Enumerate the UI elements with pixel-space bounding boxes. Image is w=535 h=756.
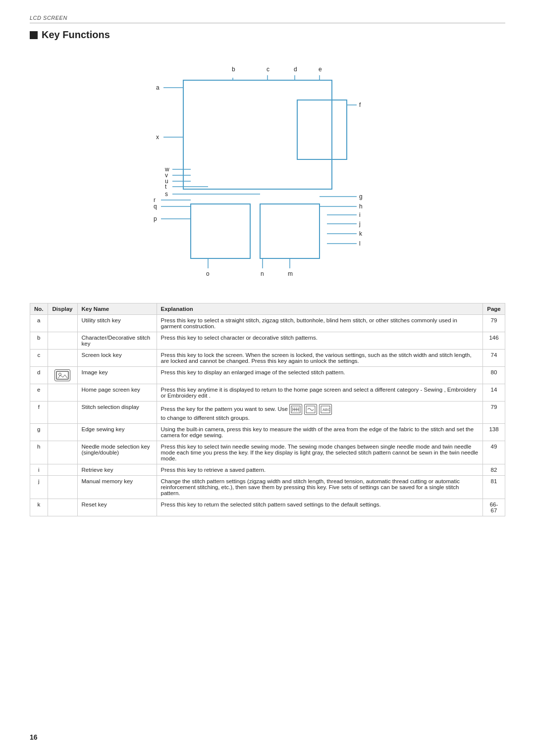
row-explanation-j: Change the stitch pattern settings (zigz… [157,476,482,499]
key-functions-table: No. Display Key Name Explanation Page a … [30,303,505,516]
svg-rect-1 [297,100,347,159]
svg-text:s: s [165,191,168,198]
svg-text:r: r [154,197,156,203]
row-explanation-b: Press this key to select character or de… [157,332,482,350]
table-row: k Reset key Press this key to return the… [30,499,505,516]
row-display-g [48,424,77,441]
row-key-name-g: Edge sewing key [77,424,157,441]
svg-text:c: c [267,66,269,73]
col-header-no: No. [30,303,48,315]
table-row: i Retrieve key Press this key to retriev… [30,464,505,476]
svg-point-53 [59,373,61,376]
row-id-c: c [30,350,48,367]
stitch-icon-1 [289,404,302,415]
row-id-j: j [30,476,48,499]
section-title: Key Functions [42,29,110,41]
row-key-name-k: Reset key [77,499,157,516]
row-id-h: h [30,441,48,464]
svg-rect-2 [191,204,250,258]
row-display-b [48,332,77,350]
table-row: e Home page screen key Press this key an… [30,384,505,402]
row-id-d: d [30,367,48,384]
row-id-b: b [30,332,48,350]
row-page-h: 49 [483,441,505,464]
row-id-a: a [30,315,48,332]
row-page-i: 82 [483,464,505,476]
image-key-icon [54,369,70,381]
row-page-e: 14 [483,384,505,402]
row-explanation-e: Press this key anytime it is displayed t… [157,384,482,402]
svg-text:g: g [359,193,363,200]
top-label: LCD SCREEN [30,15,505,23]
svg-rect-3 [260,204,320,258]
row-key-name-h: Needle mode selection key (single/double… [77,441,157,464]
row-explanation-c: Press this key to lock the screen. When … [157,350,482,367]
row-page-b: 146 [483,332,505,350]
row-key-name-d: Image key [77,367,157,384]
svg-text:i: i [359,211,361,218]
svg-text:j: j [359,220,361,227]
svg-text:a: a [156,84,160,91]
table-row: f Stitch selection display Press the key… [30,402,505,424]
row-explanation-h: Press this key to select twin needle sew… [157,441,482,464]
row-page-g: 138 [483,424,505,441]
diagram-svg: b c d e a f x w v u t s r [114,50,421,288]
row-display-k [48,499,77,516]
table-row: c Screen lock key Press this key to lock… [30,350,505,367]
row-page-a: 79 [483,315,505,332]
svg-text:x: x [156,134,159,141]
row-explanation-i: Press this key to retrieve a saved patte… [157,464,482,476]
row-page-c: 74 [483,350,505,367]
row-page-f: 79 [483,402,505,424]
svg-text:ABC: ABC [322,407,330,412]
svg-rect-0 [183,80,332,189]
row-explanation-a: Press this key to select a straight stit… [157,315,482,332]
stitch-icons-group: ABC [289,404,332,415]
row-page-d: 80 [483,367,505,384]
svg-text:o: o [206,270,210,277]
row-page-j: 81 [483,476,505,499]
row-explanation-d: Press this key to display an enlarged im… [157,367,482,384]
row-display-c [48,350,77,367]
table-row: g Edge sewing key Using the built-in cam… [30,424,505,441]
table-row: b Character/Decorative stitch key Press … [30,332,505,350]
row-id-g: g [30,424,48,441]
svg-text:k: k [359,230,363,237]
row-display-j [48,476,77,499]
svg-text:f: f [359,101,361,108]
svg-text:e: e [319,66,322,73]
row-id-f: f [30,402,48,424]
row-key-name-c: Screen lock key [77,350,157,367]
row-display-h [48,441,77,464]
row-key-name-j: Manual memory key [77,476,157,499]
section-icon [30,31,38,39]
row-id-k: k [30,499,48,516]
svg-text:d: d [294,66,297,73]
page-number: 16 [30,733,38,741]
stitch-icon-2 [304,404,317,415]
row-id-i: i [30,464,48,476]
stitch-icon-3: ABC [319,404,332,415]
row-key-name-i: Retrieve key [77,464,157,476]
row-explanation-k: Press this key to return the selected st… [157,499,482,516]
table-row: d Image key Press this key to display an… [30,367,505,384]
col-header-page: Page [483,303,505,315]
table-row: j Manual memory key Change the stitch pa… [30,476,505,499]
row-explanation-f: Press the key for the pattern you want t… [157,402,482,424]
row-explanation-g: Using the built-in camera, press this ke… [157,424,482,441]
row-key-name-b: Character/Decorative stitch key [77,332,157,350]
table-row: h Needle mode selection key (single/doub… [30,441,505,464]
row-display-e [48,384,77,402]
row-display-f [48,402,77,424]
row-key-name-f: Stitch selection display [77,402,157,424]
row-key-name-e: Home page screen key [77,384,157,402]
row-id-e: e [30,384,48,402]
row-key-name-a: Utility stitch key [77,315,157,332]
svg-text:m: m [288,270,293,277]
row-page-k: 66-67 [483,499,505,516]
svg-text:l: l [359,240,361,247]
row-display-a [48,315,77,332]
svg-text:q: q [154,203,157,210]
svg-text:p: p [154,215,157,222]
col-header-display: Display [48,303,77,315]
